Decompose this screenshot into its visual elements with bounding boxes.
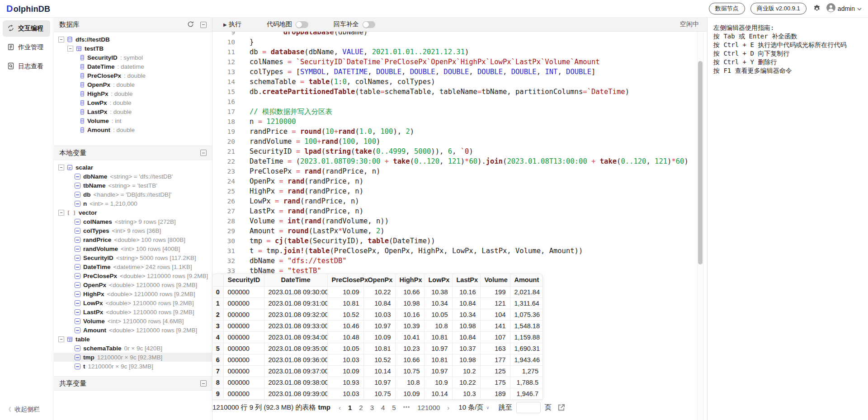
tree-variable[interactable]: LowPx<double> 1210000 rows [9.2MB]	[54, 298, 212, 307]
page-size-value: 10 条/页	[458, 403, 483, 412]
tree-expander-icon[interactable]	[58, 336, 64, 342]
prev-page-icon[interactable]: ‹	[339, 404, 341, 411]
tree-group-scalar[interactable]: scalar	[54, 163, 212, 172]
code-line[interactable]: 9 dropDatabase(dbName)	[212, 32, 707, 37]
tree-variable[interactable]: dbName<string> = 'dfs://testDB'	[54, 172, 212, 181]
collapse-section-icon[interactable]	[200, 22, 207, 28]
code-line[interactable]: 22DateTime = (2023.01.08T09:30:00 + take…	[212, 156, 707, 166]
minimap-toggle-group: 代码地图	[267, 20, 308, 28]
tree-variable[interactable]: HighPx<double> 1210000 rows [9.2MB]	[54, 289, 212, 298]
user-menu[interactable]: admin	[826, 3, 862, 14]
code-line[interactable]: 13colTypes = [SYMBOL, DATETIME, DOUBLE, …	[212, 67, 707, 77]
sidebar-item-job-management[interactable]: 作业管理	[3, 39, 50, 56]
run-button[interactable]: ▶ 执行	[223, 20, 241, 28]
tree-variable[interactable]: schemaTable 0r × 9c [420B]	[54, 344, 212, 353]
tree-column[interactable]: OpenPx: double	[54, 80, 212, 89]
tree-variable[interactable]: PreClosePx<double> 1210000 rows [9.2MB]	[54, 271, 212, 280]
page-size-select[interactable]: 10 条/页 ∨	[458, 403, 489, 412]
tree-column[interactable]: HighPx: double	[54, 89, 212, 98]
code-line[interactable]: 12colNames = `SecurityID`DateTime`PreClo…	[212, 57, 707, 67]
minimap-toggle[interactable]	[296, 21, 308, 28]
page-number[interactable]: 5	[392, 404, 396, 411]
table-cell: 10.03	[327, 388, 363, 399]
tree-variable[interactable]: colTypes<int> 9 rows [36B]	[54, 226, 212, 235]
page-number[interactable]: 3	[370, 404, 374, 411]
page-number[interactable]: 2	[359, 404, 363, 411]
page-number[interactable]: 1	[348, 404, 352, 411]
tree-expander-icon[interactable]	[67, 46, 73, 52]
tree-variable[interactable]: OpenPx<double> 1210000 rows [9.2MB]	[54, 280, 212, 289]
tree-column[interactable]: LastPx: double	[54, 107, 212, 116]
tree-expander-icon[interactable]	[58, 165, 64, 170]
collapse-section-icon[interactable]	[200, 380, 207, 387]
code-line[interactable]: 23PreClosePx = rand(randPrice, n)	[212, 166, 707, 176]
row-index-cell: 9	[212, 388, 223, 399]
tree-column[interactable]: Amount: double	[54, 125, 212, 134]
code-line[interactable]: 14schemaTable = table(1:0, colNames, col…	[212, 77, 707, 87]
line-number: 32	[212, 256, 243, 266]
refresh-icon[interactable]	[187, 21, 194, 29]
sidebar-item-interactive-programming[interactable]: 交互编程	[3, 20, 50, 37]
code-line[interactable]: 21SecurityID = lpad(string(take(0..4999,…	[212, 146, 707, 156]
tree-column[interactable]: SecurityID: symbol	[54, 53, 212, 62]
code-line[interactable]: 11db = database(dbName, VALUE, 2021.01.0…	[212, 47, 707, 57]
tree-variable[interactable]: colNames<string> 9 rows [272B]	[54, 217, 212, 226]
code-line[interactable]: 20randVolume = 100+rand(100, 100)	[212, 137, 707, 146]
tree-database[interactable]: dfs://testDB	[54, 35, 212, 44]
tree-variable[interactable]: tbName<string> = 'testTB'	[54, 181, 212, 190]
tree-expander-icon[interactable]	[58, 37, 64, 42]
collapse-section-icon[interactable]	[200, 150, 207, 156]
sidebar-item-log-viewer[interactable]: 日志查看	[3, 58, 50, 75]
scrollbar-thumb[interactable]	[698, 61, 703, 264]
tree-variable[interactable]: SecurityID<string> 5000 rows [117.2KB]	[54, 253, 212, 262]
tree-variable[interactable]: LastPx<double> 1210000 rows [9.2MB]	[54, 307, 212, 316]
code-line[interactable]: 15db.createPartitionedTable(table=schema…	[212, 87, 707, 97]
table-cell: 10.52	[363, 354, 395, 365]
table-cell: 10.09	[327, 365, 363, 377]
tree-variable[interactable]: Amount<double> 1210000 rows [9.2MB]	[54, 326, 212, 335]
tree-column[interactable]: PreClosePx: double	[54, 71, 212, 80]
code-line[interactable]: 31t = tmp.join!(table(PreClosePx, OpenPx…	[212, 246, 707, 256]
code-line[interactable]: 17// 模拟数据并写入分区表	[212, 107, 707, 117]
version-button[interactable]: 商业版 v2.00.9.1	[750, 3, 807, 14]
export-icon[interactable]	[557, 403, 566, 412]
tree-variable[interactable]: t 1210000r × 9c [92.3MB]	[54, 362, 212, 371]
code-line[interactable]: 16	[212, 97, 707, 107]
tree-variable[interactable]: n<int> = 1,210,000	[54, 199, 212, 208]
code-line[interactable]: 25HighPx = rand(randPrice, n)	[212, 186, 707, 196]
settings-gear-icon[interactable]	[813, 5, 821, 13]
next-page-icon[interactable]: ›	[447, 404, 449, 411]
tree-column[interactable]: LowPx: double	[54, 98, 212, 107]
tree-column[interactable]: Volume: int	[54, 116, 212, 125]
tree-variable[interactable]: Volume<int> 1210000 rows [4.6MB]	[54, 316, 212, 326]
code-line[interactable]: 28Volume = int(rand(randVolume, n))	[212, 216, 707, 226]
code-line[interactable]: 24OpenPx = rand(randPrice, n)	[212, 176, 707, 186]
last-page-number[interactable]: 121000	[417, 404, 440, 411]
code-line[interactable]: 10}	[212, 37, 707, 47]
autocomplete-toggle[interactable]	[363, 21, 375, 28]
shared-variables-section-header: 共享变量	[54, 376, 212, 391]
table-cell: 2023.01.08 09:39:00	[264, 388, 327, 399]
tree-expander-icon[interactable]	[58, 210, 64, 216]
tree-column[interactable]: DateTime: datetime	[54, 62, 212, 71]
tree-variable[interactable]: db<handle> = 'DB[dfs://testDB]'	[54, 190, 212, 199]
code-line[interactable]: 27LastPx = rand(randPrice, n)	[212, 206, 707, 216]
jump-page-input[interactable]	[516, 402, 541, 413]
code-line[interactable]: 29Amount = round(LastPx*Volume, 2)	[212, 226, 707, 236]
code-line[interactable]: 32dbName = "dfs://testDB"	[212, 256, 707, 266]
collapse-sidebar-button[interactable]: 《 收起侧栏	[5, 406, 40, 414]
tree-variable[interactable]: randVolume<int> 100 rows [400B]	[54, 244, 212, 253]
code-line[interactable]: 30tmp = cj(table(SecurityID), table(Date…	[212, 236, 707, 246]
tree-group-vector[interactable]: [ ]vector	[54, 208, 212, 217]
variable-icon	[75, 300, 80, 306]
data-node-button[interactable]: 数据节点	[709, 3, 745, 14]
code-line[interactable]: 19randPrice = round(10+rand(1.0, 100), 2…	[212, 127, 707, 137]
tree-variable[interactable]: DateTime<datetime> 242 rows [1.1KB]	[54, 262, 212, 271]
tree-group-table[interactable]: table	[54, 335, 212, 344]
tree-table[interactable]: testTB	[54, 44, 212, 53]
code-line[interactable]: 18n = 1210000	[212, 117, 707, 127]
code-line[interactable]: 26LowPx = rand(randPrice, n)	[212, 196, 707, 206]
tree-variable[interactable]: randPrice<double> 100 rows [800B]	[54, 235, 212, 244]
tree-variable[interactable]: tmp 1210000r × 9c [92.3MB]	[54, 353, 212, 362]
page-number[interactable]: 4	[381, 404, 385, 411]
